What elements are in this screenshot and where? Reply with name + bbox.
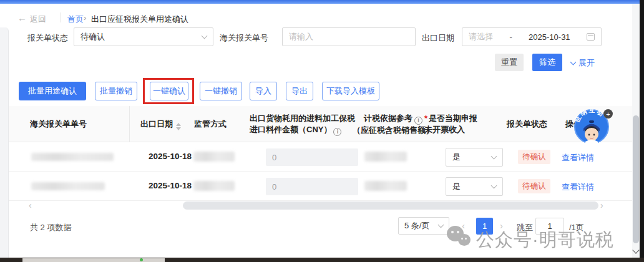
col-uninvoiced-income: *是否当期申报未开票收入 — [424, 113, 482, 135]
filter-button[interactable]: 筛选 — [532, 54, 562, 71]
chevron-down-icon — [438, 221, 444, 228]
taskbar-item — [22, 258, 165, 262]
back-arrow-icon[interactable]: ← — [17, 12, 27, 23]
col-export-date[interactable]: 出口日期 — [140, 119, 181, 130]
col-status: 报关单状态 — [507, 119, 547, 130]
info-icon[interactable] — [414, 117, 422, 125]
redacted-declaration-no — [31, 153, 114, 161]
prev-page-button[interactable]: ‹ — [462, 220, 465, 231]
table-header: 海关报关单单号 出口日期 监管方式 出口货物耗用的进料加工保税 进口料件金额（C… — [9, 106, 633, 142]
redacted-tax-reference — [364, 181, 407, 191]
bonded-amount-input[interactable]: 0 — [266, 148, 358, 166]
uninvoiced-select[interactable]: 是 — [446, 148, 503, 167]
jump-to-label: 跳至 — [517, 222, 533, 233]
chevron-down-icon — [202, 32, 208, 39]
app-window: ← 返回 首页 › 出口应征税报关单用途确认 报关单状态 待确认 海关报关单号 … — [0, 0, 644, 262]
table-row: 2025-10-18 0 是 待确认 查看详情 — [9, 172, 633, 201]
taskbar-status-dot — [140, 258, 143, 261]
page-size-select[interactable]: 5 条/页 — [398, 217, 449, 235]
status-badge: 待确认 — [518, 179, 550, 193]
col-declaration-no: 海关报关单单号 — [30, 119, 87, 130]
horizontal-scrollbar-thumb[interactable] — [183, 201, 598, 210]
mascot-plus-badge[interactable]: + — [603, 109, 613, 119]
info-icon[interactable] — [333, 128, 341, 136]
breadcrumb-home[interactable]: 首页 — [67, 14, 84, 25]
reset-button[interactable]: 重置 — [495, 54, 524, 71]
filter-date-label: 出口日期 — [422, 32, 454, 44]
window-right-edge — [640, 0, 644, 262]
batch-usage-confirm-button[interactable]: 批量用途确认 — [19, 82, 86, 100]
wechat-icon — [447, 226, 464, 241]
header-divider — [60, 12, 61, 22]
bonded-amount-input[interactable]: 0 — [266, 178, 358, 195]
filter-declaration-label: 海关报关单号 — [220, 32, 268, 44]
hscroll-right-arrow[interactable]: › — [600, 200, 603, 210]
back-button[interactable]: 返回 — [30, 14, 46, 25]
download-template-button[interactable]: 下载导入模板 — [322, 82, 379, 100]
hscroll-left-arrow[interactable]: ‹ — [29, 200, 32, 210]
view-detail-link[interactable]: 查看详情 — [562, 152, 594, 163]
table-row: 2025-10-18 0 是 待确认 查看详情 — [9, 142, 633, 172]
filter-declaration-placeholder: 请输入 — [289, 31, 313, 42]
required-asterisk: * — [424, 114, 427, 123]
one-click-cancel-button[interactable]: 一键撤销 — [200, 82, 242, 100]
expand-label: 展开 — [578, 57, 595, 69]
jump-page-input[interactable] — [535, 218, 564, 235]
page-title: 出口应征税报关单用途确认 — [91, 14, 188, 25]
wechat-icon — [458, 234, 471, 246]
redacted-supervision-mode — [193, 152, 235, 162]
date-end-value: 2025-10-31 — [529, 32, 570, 42]
view-detail-link[interactable]: 查看详情 — [562, 182, 594, 193]
uninvoiced-select[interactable]: 是 — [446, 177, 503, 196]
filter-status-value: 待确认 — [80, 31, 105, 42]
filter-date-range-picker[interactable]: 请选择 - 2025-10-31 — [462, 27, 602, 46]
sort-icon[interactable] — [176, 123, 181, 130]
import-button[interactable]: 导入 — [250, 82, 277, 100]
next-page-button[interactable]: › — [500, 220, 503, 231]
page-header: ← 返回 首页 › 出口应征税报关单用途确认 — [0, 4, 635, 26]
breadcrumb-separator: › — [84, 13, 86, 22]
total-pages-text: /1页 — [569, 222, 584, 233]
current-page-button[interactable]: 1 — [476, 218, 493, 235]
vertical-scrollbar-thumb[interactable] — [633, 115, 639, 243]
filter-status-label: 报关单状态 — [27, 32, 68, 44]
filter-declaration-input[interactable]: 请输入 — [282, 27, 416, 46]
batch-cancel-button[interactable]: 批量撤销 — [95, 82, 137, 100]
chevron-down-icon — [491, 182, 497, 188]
calendar-icon — [587, 33, 595, 41]
redacted-supervision-mode — [193, 181, 235, 191]
export-button[interactable]: 导出 — [286, 82, 313, 100]
date-range-separator: - — [509, 32, 512, 42]
date-start-placeholder: 请选择 — [469, 31, 493, 42]
collapsed-sidebar[interactable] — [0, 27, 9, 258]
export-date-cell: 2025-10-18 — [149, 152, 192, 161]
col-supervision-mode: 监管方式 — [194, 119, 227, 130]
export-date-cell: 2025-10-18 — [149, 181, 192, 190]
one-click-confirm-button[interactable]: 一键确认 — [150, 82, 188, 100]
status-badge: 待确认 — [518, 150, 550, 164]
expand-toggle[interactable]: 展开 — [571, 57, 595, 69]
col-bonded-amount: 出口货物耗用的进料加工保税 进口料件金额（CNY） — [250, 113, 357, 136]
redacted-declaration-no — [31, 182, 105, 190]
total-count-text: 共 2 项数据 — [30, 222, 71, 233]
col-tax-reference: 计税依据参考 （应征税含税销售额） — [351, 113, 436, 136]
redacted-tax-reference — [364, 152, 407, 162]
filter-status-select[interactable]: 待确认 — [74, 27, 213, 46]
chevron-down-icon — [570, 59, 577, 66]
chevron-down-icon — [491, 153, 497, 159]
